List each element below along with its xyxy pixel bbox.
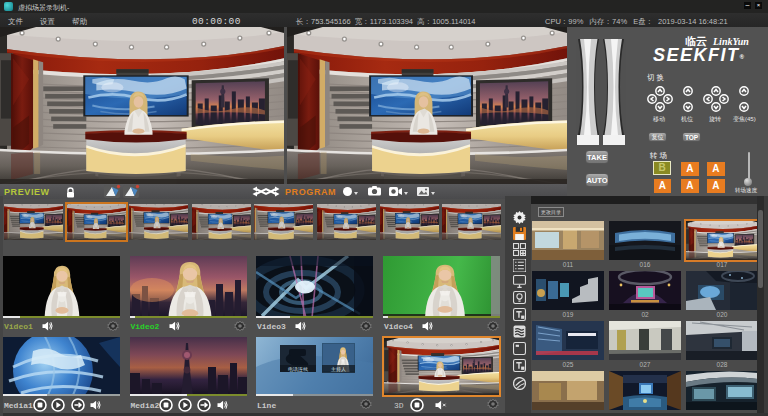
svg-text:电话连线: 电话连线	[288, 366, 308, 372]
svg-text:主持人: 主持人	[331, 366, 346, 373]
